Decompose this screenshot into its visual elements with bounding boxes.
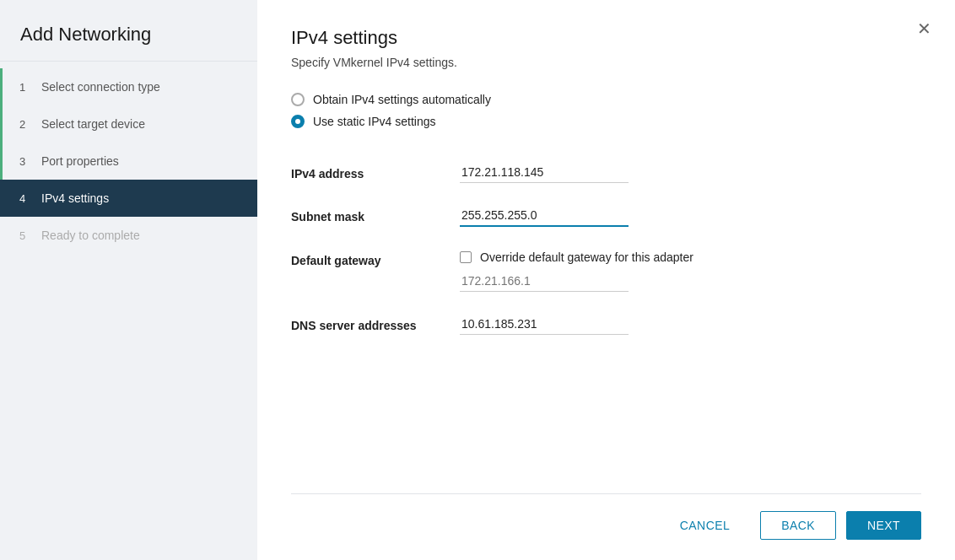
- form-row-ipv4: IPv4 address: [291, 152, 921, 195]
- checkbox-override-gateway[interactable]: [460, 251, 472, 263]
- input-gateway-address[interactable]: [460, 272, 629, 292]
- sidebar-step-1[interactable]: 1 Select connection type: [0, 68, 257, 105]
- step-number-3: 3: [19, 155, 33, 168]
- control-subnet-mask: [460, 207, 921, 227]
- form-row-gateway: Default gateway Override default gateway…: [291, 239, 921, 304]
- input-subnet-mask[interactable]: [460, 207, 629, 227]
- gateway-checkbox-row: Override default gateway for this adapte…: [460, 250, 921, 264]
- radio-static[interactable]: [291, 115, 305, 128]
- sidebar: Add Networking 1 Select connection type …: [0, 0, 257, 560]
- label-default-gateway: Default gateway: [291, 250, 460, 267]
- page-subtitle: Specify VMkernel IPv4 settings.: [291, 56, 921, 69]
- label-subnet-mask: Subnet mask: [291, 207, 460, 223]
- page-title: IPv4 settings: [291, 27, 921, 49]
- sidebar-step-4[interactable]: 4 IPv4 settings: [0, 180, 257, 217]
- radio-static-label: Use static IPv4 settings: [313, 115, 436, 128]
- sidebar-step-5: 5 Ready to complete: [0, 217, 257, 254]
- footer: CANCEL BACK NEXT: [291, 493, 921, 560]
- form-row-dns: DNS server addresses: [291, 304, 921, 347]
- radio-auto-label: Obtain IPv4 settings automatically: [313, 93, 491, 106]
- main-content: ✕ IPv4 settings Specify VMkernel IPv4 se…: [257, 0, 955, 560]
- back-button[interactable]: BACK: [760, 511, 836, 540]
- step-number-5: 5: [19, 229, 33, 242]
- step-number-4: 4: [19, 192, 33, 205]
- sidebar-step-3[interactable]: 3 Port properties: [0, 143, 257, 180]
- control-ipv4-address: [460, 164, 921, 183]
- add-networking-dialog: Add Networking 1 Select connection type …: [0, 0, 955, 560]
- input-dns-server[interactable]: [460, 315, 629, 335]
- input-ipv4-address[interactable]: [460, 164, 629, 183]
- control-default-gateway: Override default gateway for this adapte…: [460, 250, 921, 292]
- close-button[interactable]: ✕: [914, 17, 935, 40]
- step-number-1: 1: [19, 81, 33, 94]
- step-label-3: Port properties: [41, 154, 119, 168]
- step-label-2: Select target device: [41, 117, 145, 131]
- step-label-4: IPv4 settings: [41, 191, 109, 205]
- ipv4-mode-radio-group: Obtain IPv4 settings automatically Use s…: [291, 93, 921, 128]
- form-row-subnet: Subnet mask: [291, 195, 921, 239]
- label-dns-server: DNS server addresses: [291, 315, 460, 332]
- sidebar-steps: 1 Select connection type 2 Select target…: [0, 68, 257, 254]
- step-label-1: Select connection type: [41, 80, 160, 94]
- radio-auto[interactable]: [291, 93, 305, 106]
- label-ipv4-address: IPv4 address: [291, 164, 460, 180]
- cancel-button[interactable]: CANCEL: [660, 512, 750, 539]
- step-number-2: 2: [19, 118, 33, 131]
- form-section: IPv4 address Subnet mask Default gateway: [291, 152, 921, 347]
- sidebar-title: Add Networking: [0, 0, 257, 62]
- next-button[interactable]: NEXT: [846, 511, 921, 540]
- radio-option-static[interactable]: Use static IPv4 settings: [291, 115, 921, 128]
- sidebar-step-2[interactable]: 2 Select target device: [0, 105, 257, 143]
- control-dns-server: [460, 315, 921, 335]
- radio-option-auto[interactable]: Obtain IPv4 settings automatically: [291, 93, 921, 106]
- checkbox-gateway-label: Override default gateway for this adapte…: [480, 250, 693, 264]
- step-label-5: Ready to complete: [41, 229, 140, 242]
